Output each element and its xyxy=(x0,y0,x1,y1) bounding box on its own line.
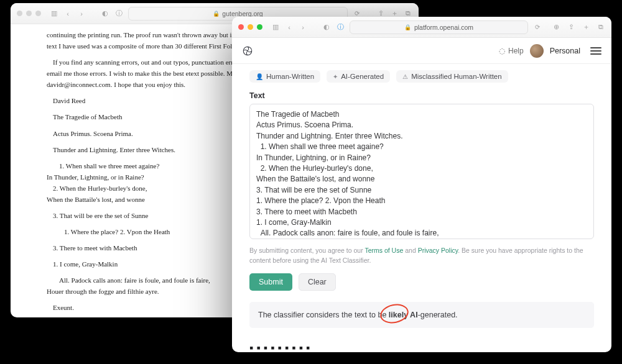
person-icon: 👤 xyxy=(256,73,263,80)
sidebar-icon[interactable]: ▥ xyxy=(271,23,280,32)
avatar[interactable] xyxy=(530,44,544,58)
pill-label: Human-Written xyxy=(266,73,314,80)
pill-label: Misclassified Human-Written xyxy=(411,73,502,80)
chevron-left-icon[interactable]: ‹ xyxy=(285,23,294,32)
pill-label: AI-Generated xyxy=(341,73,384,80)
pill-human-written[interactable]: 👤 Human-Written xyxy=(249,70,320,83)
pill-ai-generated[interactable]: ✦ AI-Generated xyxy=(327,70,390,83)
classifier-result: The classifier considers the text to be … xyxy=(249,302,594,328)
privacy-link[interactable]: Privacy Policy xyxy=(418,247,458,254)
result-text-pre: The classifier considers the text to be xyxy=(258,311,389,319)
refresh-icon[interactable]: ⟳ xyxy=(533,23,542,32)
url-text-front: platform.openai.com xyxy=(414,24,473,31)
app-header: ◌ Help Personal xyxy=(232,38,611,64)
new-tab-icon[interactable]: ＋ xyxy=(582,23,590,32)
traffic-light-close[interactable] xyxy=(238,24,244,30)
lock-icon: 🔒 xyxy=(213,11,220,17)
menu-icon[interactable] xyxy=(590,47,601,55)
traffic-light-min[interactable] xyxy=(26,11,32,16)
openai-logo xyxy=(242,45,253,57)
chevron-right-icon[interactable]: › xyxy=(299,23,307,32)
share-icon[interactable]: ⇪ xyxy=(567,23,575,32)
traffic-light-min[interactable] xyxy=(248,24,253,30)
shield-icon[interactable]: ◐ xyxy=(322,23,331,32)
chevron-left-icon[interactable]: ‹ xyxy=(63,9,72,18)
warning-icon: ⚠ xyxy=(402,73,408,80)
classifier-page: 👤 Human-Written ✦ AI-Generated ⚠ Misclas… xyxy=(232,64,611,352)
legal-fineprint: By submitting content, you agree to our … xyxy=(249,246,594,266)
titlebar-front: ▥ ‹ › ◐ ⓘ 🔒 platform.openai.com ⟳ ⊕ ⇪ ＋ … xyxy=(232,17,611,38)
help-link[interactable]: ◌ Help xyxy=(499,47,524,55)
account-label[interactable]: Personal xyxy=(550,47,580,55)
classifier-text-input[interactable] xyxy=(249,104,594,239)
foreground-browser-window: ▥ ‹ › ◐ ⓘ 🔒 platform.openai.com ⟳ ⊕ ⇪ ＋ … xyxy=(232,17,611,352)
submit-button[interactable]: Submit xyxy=(249,273,292,291)
lock-icon: 🔒 xyxy=(404,24,411,30)
example-pills: 👤 Human-Written ✦ AI-Generated ⚠ Misclas… xyxy=(249,70,594,83)
shield-icon[interactable]: ◐ xyxy=(101,9,109,18)
clear-button[interactable]: Clear xyxy=(299,273,336,291)
pill-misclassified[interactable]: ⚠ Misclassified Human-Written xyxy=(396,70,508,83)
traffic-light-max[interactable] xyxy=(35,11,41,16)
help-label: Help xyxy=(508,47,524,55)
download-icon[interactable]: ⊕ xyxy=(552,23,560,32)
sparkle-icon: ✦ xyxy=(333,73,338,80)
url-field-front[interactable]: 🔒 platform.openai.com xyxy=(350,20,528,34)
help-icon: ◌ xyxy=(499,47,505,55)
sidebar-icon[interactable]: ▥ xyxy=(50,9,58,18)
text-section-label: Text xyxy=(249,91,594,100)
traffic-light-close[interactable] xyxy=(17,11,22,16)
traffic-light-max[interactable] xyxy=(257,24,262,30)
result-text-post: -generated. xyxy=(418,311,458,319)
terms-link[interactable]: Terms of Use xyxy=(364,247,403,254)
privacy-icon[interactable]: ⓘ xyxy=(114,9,123,18)
chevron-right-icon[interactable]: › xyxy=(77,9,86,18)
next-section-heading-cutoff: ▪ ▪ ▪ ▪ ▪ ▪ ▪ ▪ ▪ xyxy=(249,342,594,353)
tabs-icon[interactable]: ⧉ xyxy=(596,23,605,32)
url-text-back: gutenberg.org xyxy=(222,10,262,17)
result-keyword: likely AI xyxy=(389,311,418,319)
privacy-icon[interactable]: ⓘ xyxy=(336,23,345,32)
